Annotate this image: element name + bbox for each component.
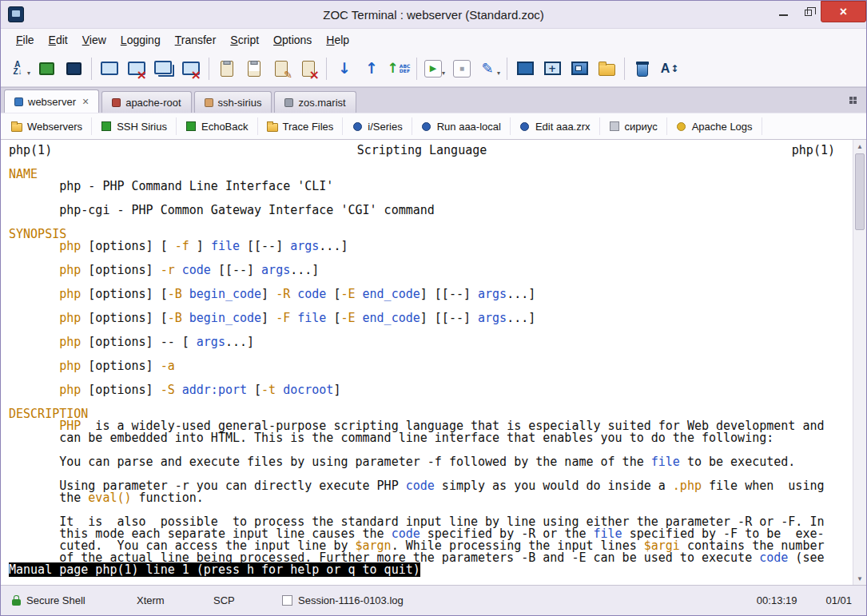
terminal-line: php [options] [-B begin_code] -R code [-…: [9, 288, 853, 300]
screen-capture-button[interactable]: [539, 55, 566, 82]
terminal-line: php [options] [ -f ] file [[--] args...]: [9, 240, 853, 252]
menu-view[interactable]: View: [75, 30, 113, 50]
connect-icon: [100, 59, 119, 78]
folder-icon: [267, 121, 278, 132]
connection-status: Secure Shell: [7, 591, 127, 610]
download-file-button[interactable]: [331, 55, 358, 82]
open-folder-button[interactable]: [593, 55, 620, 82]
restore-icon: [805, 10, 812, 16]
menu-file[interactable]: File: [9, 30, 42, 50]
remote-window-button[interactable]: [566, 55, 593, 82]
quickbar-trace-files[interactable]: Trace Files: [258, 117, 344, 135]
quickbar-webservers[interactable]: Webservers: [2, 117, 92, 135]
scrollbar-track[interactable]: [853, 231, 866, 572]
maximize-button[interactable]: [796, 1, 821, 22]
terminal-line: [9, 217, 853, 229]
menu-logging[interactable]: Logging: [113, 30, 168, 50]
quickbar-label: i/Series: [368, 121, 402, 133]
close-button[interactable]: ×: [821, 1, 866, 22]
edit-script-button[interactable]: ▾: [475, 55, 503, 82]
paste-clipboard-button[interactable]: [241, 55, 268, 82]
terminal-line: the eval() function.: [9, 492, 853, 504]
minimize-icon: [779, 14, 788, 16]
toolbar-separator: [416, 58, 417, 80]
clear-clipboard-button[interactable]: [295, 55, 322, 82]
tab-apache-root[interactable]: apache-root: [101, 91, 191, 113]
sort-az-button[interactable]: ▾: [6, 55, 33, 82]
secure-lock-icon: [12, 599, 21, 606]
menu-help[interactable]: Help: [319, 30, 356, 50]
local-shell-button[interactable]: [60, 55, 87, 82]
clear-clipboard-icon: [299, 59, 318, 78]
terminal[interactable]: php(1) Scripting Language php(1) NAME ph…: [1, 140, 866, 585]
close-session-button[interactable]: [177, 55, 205, 82]
emulation-label: Xterm: [137, 594, 165, 606]
terminal-line: php [options] -- [ args...]: [9, 336, 853, 348]
quickbar-i-series[interactable]: i/Series: [343, 117, 412, 135]
tab-webserver[interactable]: webserver×: [4, 89, 99, 113]
quickbar-сириус[interactable]: сириус: [600, 117, 667, 135]
menu-script[interactable]: Script: [223, 30, 266, 50]
quickbar-label: Webservers: [27, 121, 82, 133]
disconnect-button[interactable]: [123, 55, 150, 82]
tab-label: apache-root: [125, 97, 181, 109]
quickbar-apache-logs[interactable]: Apache Logs: [667, 117, 762, 135]
zoc-terminal-window: ZOC Terminal : webserver (Standard.zoc) …: [0, 0, 867, 616]
text-convert-icon: [389, 59, 408, 78]
quickbar-label: сириус: [625, 121, 658, 133]
scroll-down-icon[interactable]: [853, 572, 866, 585]
terminal-line: [9, 396, 853, 408]
tab-label: zos.marist: [298, 97, 345, 109]
font-settings-button[interactable]: [656, 55, 683, 82]
quick-connect-button[interactable]: [33, 55, 60, 82]
manpage-name-right: php(1): [792, 145, 835, 157]
menu-edit[interactable]: Edit: [42, 30, 75, 50]
manpage-name-left: php(1): [9, 145, 52, 157]
toolbar-separator: [91, 58, 92, 80]
terminal-scrollbar[interactable]: [853, 140, 866, 585]
statusbar-right: 00:13:19 01/01: [757, 594, 860, 606]
tab-zos.marist[interactable]: zos.marist: [274, 91, 356, 113]
minimize-button[interactable]: [771, 1, 796, 22]
menu-transfer[interactable]: Transfer: [168, 30, 224, 50]
quickbar-ssh-sirius[interactable]: SSH Sirius: [92, 117, 177, 135]
toolbar-separator: [507, 58, 507, 80]
terminal-line: can be embedded into HTML. This is the c…: [9, 432, 853, 444]
square-grey-icon: [609, 121, 620, 132]
toolbar-separator: [624, 58, 625, 80]
window-controls: ×: [771, 1, 866, 22]
terminal-line: [9, 157, 853, 169]
copy-clipboard-icon: [217, 59, 237, 78]
scrollbar-thumb[interactable]: [855, 153, 865, 230]
quickbar-edit-aaa-zrx[interactable]: Edit aaa.zrx: [511, 117, 600, 135]
tab-overview-button[interactable]: [849, 97, 859, 106]
title-bar[interactable]: ZOC Terminal : webserver (Standard.zoc) …: [1, 1, 866, 28]
copy-clipboard-button[interactable]: [213, 55, 241, 82]
tab-grid-icon: [849, 97, 857, 104]
dot-blue-icon: [519, 121, 531, 132]
folder-icon: [11, 121, 22, 132]
stop-script-icon: [453, 60, 471, 77]
connect-button[interactable]: [96, 55, 123, 82]
upload-file-button[interactable]: [358, 55, 385, 82]
quickbar-run-aaa-local[interactable]: Run aaa-local: [412, 117, 511, 135]
text-convert-button[interactable]: [385, 55, 412, 82]
clone-session-button[interactable]: [150, 55, 177, 82]
close-icon: ×: [840, 5, 847, 19]
menu-options[interactable]: Options: [266, 30, 319, 50]
emulation-status: Xterm: [127, 591, 204, 610]
remote-window-icon: [570, 59, 589, 78]
fullscreen-button[interactable]: [511, 55, 539, 82]
run-script-button[interactable]: ▾: [421, 55, 448, 82]
session-icon: [205, 98, 213, 107]
tab-ssh-sirius[interactable]: ssh-sirius: [194, 91, 272, 113]
scroll-up-icon[interactable]: [853, 140, 866, 153]
stop-script-button[interactable]: [448, 55, 475, 82]
session-log-checkbox[interactable]: [282, 595, 292, 606]
color-scheme-button[interactable]: [629, 55, 656, 82]
quick-bar: WebserversSSH SiriusEchoBackTrace Filesi…: [1, 113, 866, 140]
edit-clipboard-button[interactable]: [268, 55, 295, 82]
quickbar-echoback[interactable]: EchoBack: [177, 117, 258, 135]
session-icon: [112, 98, 121, 107]
tab-close-icon[interactable]: ×: [82, 97, 89, 105]
